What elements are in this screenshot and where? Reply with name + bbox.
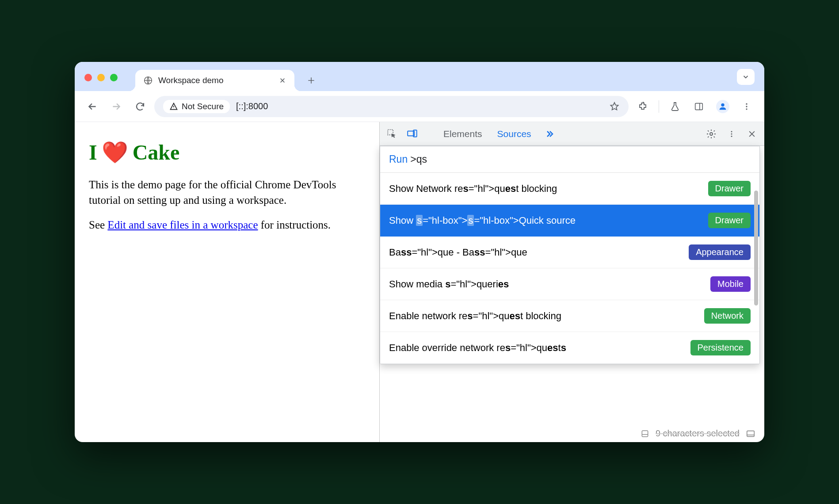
security-chip[interactable]: Not Secure — [163, 100, 230, 113]
command-item-badge: Drawer — [708, 213, 751, 228]
heart-icon: ❤️ — [102, 140, 128, 165]
command-item-label: Enable override network res="hl">quests — [389, 342, 566, 354]
url-text: [::]:8000 — [236, 101, 268, 111]
separator — [659, 100, 659, 113]
text-post: for instructions. — [258, 219, 331, 231]
heading-post: Cake — [133, 140, 180, 164]
scrollbar-thumb[interactable] — [754, 191, 758, 305]
address-bar[interactable]: Not Secure [::]:8000 — [154, 96, 629, 117]
page-heading: I ❤️ Cake — [89, 140, 365, 165]
svg-point-2 — [721, 103, 724, 106]
avatar-icon — [716, 100, 729, 113]
page-viewport: I ❤️ Cake This is the demo page for the … — [75, 122, 380, 442]
new-tab-button[interactable] — [302, 72, 320, 89]
device-toolbar-icon[interactable] — [406, 128, 419, 140]
globe-icon — [143, 76, 153, 85]
heading-pre: I — [89, 140, 97, 164]
svg-point-4 — [746, 106, 747, 107]
forward-button[interactable] — [107, 97, 126, 116]
sidepanel-icon[interactable] — [689, 97, 709, 116]
command-item[interactable]: Show Network res="hl">quest blockingDraw… — [380, 173, 759, 205]
browser-tab[interactable]: Workspace demo — [135, 70, 294, 91]
window-controls — [84, 74, 118, 81]
command-item-badge: Mobile — [710, 276, 751, 292]
devtools-panel: Elements Sources Run — [380, 122, 764, 442]
tab-elements[interactable]: Elements — [440, 129, 486, 139]
browser-toolbar: Not Secure [::]:8000 — [75, 91, 764, 122]
svg-point-5 — [746, 108, 747, 110]
page-paragraph: See Edit and save files in a workspace f… — [89, 218, 365, 233]
tab-search-button[interactable] — [737, 69, 755, 85]
page-paragraph: This is the demo page for the official C… — [89, 177, 365, 208]
command-item[interactable]: Enable network res="hl">quest blockingNe… — [380, 300, 759, 332]
command-item-badge: Drawer — [708, 181, 751, 196]
svg-point-12 — [731, 135, 732, 137]
command-item-badge: Persistence — [690, 340, 751, 355]
inspect-element-icon[interactable] — [386, 128, 398, 140]
svg-point-10 — [731, 131, 732, 132]
command-item[interactable]: Enable override network res="hl">questsP… — [380, 332, 759, 364]
status-text: 9 characters selected — [656, 428, 740, 439]
tab-sources[interactable]: Sources — [494, 129, 535, 139]
content-area: I ❤️ Cake This is the demo page for the … — [75, 122, 764, 442]
tab-title: Workspace demo — [158, 76, 273, 85]
svg-point-11 — [731, 133, 732, 134]
extensions-icon[interactable] — [633, 97, 652, 116]
bookmark-star-icon[interactable] — [609, 101, 620, 112]
svg-rect-1 — [695, 103, 703, 110]
command-menu: Run >qs Show Network res="hl">quest bloc… — [380, 146, 760, 364]
svg-rect-14 — [747, 431, 755, 436]
tutorial-link[interactable]: Edit and save files in a workspace — [107, 219, 258, 231]
chrome-window: Workspace demo Not Secure [::] — [75, 62, 764, 442]
profile-button[interactable] — [713, 97, 732, 116]
svg-point-3 — [746, 103, 747, 104]
command-item[interactable]: Show s="hl-box">s="hl-box">Quick sourceD… — [380, 205, 759, 237]
command-query: >qs — [410, 153, 427, 165]
command-item-badge: Appearance — [689, 244, 751, 260]
minimize-window-button[interactable] — [97, 74, 105, 81]
back-button[interactable] — [83, 97, 102, 116]
command-item-label: Show s="hl-box">s="hl-box">Quick source — [389, 215, 576, 226]
command-input[interactable]: Run >qs — [380, 146, 759, 173]
tab-strip: Workspace demo — [75, 62, 764, 91]
devtools-menu-icon[interactable] — [725, 128, 738, 140]
svg-point-9 — [710, 133, 713, 135]
settings-gear-icon[interactable] — [705, 128, 717, 140]
svg-rect-13 — [642, 431, 648, 436]
command-item-label: Show media s="hl">queries — [389, 279, 509, 290]
close-window-button[interactable] — [84, 74, 92, 81]
devtools-statusbar: 9 characters selected — [641, 428, 755, 439]
close-devtools-icon[interactable] — [746, 128, 758, 140]
text-pre: See — [89, 219, 107, 231]
chrome-menu-icon[interactable] — [737, 97, 756, 116]
command-list: Show Network res="hl">quest blockingDraw… — [380, 173, 759, 364]
tab-close-icon[interactable] — [278, 76, 286, 84]
command-item-badge: Network — [704, 308, 751, 324]
command-prefix: Run — [389, 153, 408, 165]
reload-button[interactable] — [130, 97, 150, 116]
command-item-label: Show Network res="hl">quest blocking — [389, 183, 557, 195]
more-tabs-icon[interactable] — [543, 128, 555, 140]
security-label: Not Secure — [182, 102, 224, 111]
labs-icon[interactable] — [665, 97, 685, 116]
command-item[interactable]: Show media s="hl">queriesMobile — [380, 268, 759, 300]
command-item-label: Bass="hl">que - Bass="hl">que — [389, 247, 527, 258]
maximize-window-button[interactable] — [110, 74, 118, 81]
command-item[interactable]: Bass="hl">que - Bass="hl">queAppearance — [380, 237, 759, 268]
command-item-label: Enable network res="hl">quest blocking — [389, 310, 561, 322]
devtools-tabbar: Elements Sources — [380, 122, 764, 146]
